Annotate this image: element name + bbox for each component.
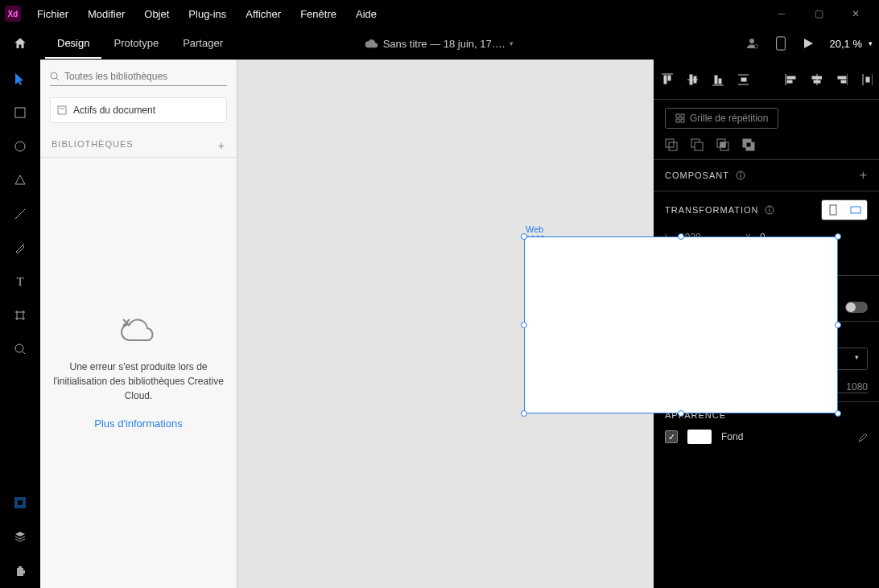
svg-rect-9 xyxy=(17,500,23,506)
libraries-panel: Actifs du document BIBLIOTHÈQUES + Une e… xyxy=(40,60,237,588)
tab-share[interactable]: Partager xyxy=(171,29,235,59)
add-library-icon[interactable]: + xyxy=(218,139,225,152)
align-left-icon[interactable] xyxy=(784,72,797,87)
svg-rect-29 xyxy=(787,76,795,79)
svg-point-59 xyxy=(770,208,770,208)
fill-color-swatch[interactable] xyxy=(687,430,712,444)
resize-handle-bm[interactable] xyxy=(678,410,684,417)
layers-icon[interactable] xyxy=(10,527,30,546)
top-right-controls: 20,1 % ▾ xyxy=(745,36,873,51)
repeat-grid-button[interactable]: Grille de répétition xyxy=(665,108,778,129)
resize-handle-mr[interactable] xyxy=(835,322,841,328)
svg-rect-32 xyxy=(812,76,822,79)
exclude-icon[interactable] xyxy=(742,138,755,151)
canvas[interactable]: Web 1920 – 1 xyxy=(237,60,654,588)
align-right-icon[interactable] xyxy=(835,72,848,87)
libraries-icon[interactable] xyxy=(10,493,30,512)
svg-rect-3 xyxy=(15,108,25,117)
svg-point-1 xyxy=(754,45,758,49)
menu-plugins[interactable]: Plug-ins xyxy=(179,2,236,26)
document-assets-label: Actifs du document xyxy=(73,105,155,116)
component-label: COMPOSANT xyxy=(665,171,729,180)
svg-rect-2 xyxy=(776,37,785,50)
tab-design[interactable]: Design xyxy=(45,29,101,59)
eyedropper-icon[interactable] xyxy=(856,431,868,442)
plugins-icon[interactable] xyxy=(10,561,30,580)
rectangle-tool[interactable] xyxy=(10,103,30,122)
menu-edit[interactable]: Modifier xyxy=(78,2,134,26)
menu-help[interactable]: Aide xyxy=(346,2,386,26)
chevron-down-icon: ▾ xyxy=(510,39,514,47)
chevron-down-icon: ▾ xyxy=(869,39,873,47)
resize-handle-br[interactable] xyxy=(835,410,841,417)
play-icon[interactable] xyxy=(803,38,814,49)
polygon-tool[interactable] xyxy=(10,171,30,190)
tab-prototype[interactable]: Prototype xyxy=(101,29,171,59)
tool-column: T xyxy=(0,60,40,588)
svg-point-6 xyxy=(15,344,23,352)
resize-handle-bl[interactable] xyxy=(521,410,527,417)
text-tool[interactable]: T xyxy=(10,272,30,291)
app-logo: Xd xyxy=(5,6,21,22)
svg-rect-40 xyxy=(676,114,679,117)
zoom-value: 20,1 % xyxy=(830,38,862,50)
close-button[interactable]: ✕ xyxy=(837,1,874,27)
svg-rect-21 xyxy=(694,76,696,83)
svg-line-11 xyxy=(56,78,59,80)
info-icon[interactable] xyxy=(765,205,774,215)
add-component-icon[interactable]: + xyxy=(860,168,868,183)
document-assets-button[interactable]: Actifs du document xyxy=(50,97,227,123)
topbar: Design Prototype Partager Sans titre — 1… xyxy=(0,27,879,60)
line-tool[interactable] xyxy=(10,204,30,224)
maximize-button[interactable]: ▢ xyxy=(800,1,837,27)
svg-rect-41 xyxy=(681,114,684,117)
artboard-tool[interactable] xyxy=(10,306,30,325)
zoom-control[interactable]: 20,1 % ▾ xyxy=(830,38,873,50)
svg-rect-20 xyxy=(690,75,692,84)
svg-rect-53 xyxy=(746,142,751,147)
distribute-v-icon[interactable] xyxy=(737,72,749,87)
menu-object[interactable]: Objet xyxy=(134,2,179,26)
document-title[interactable]: Sans titre — 18 juin, 17…. ▾ xyxy=(365,38,514,50)
library-more-link[interactable]: Plus d'informations xyxy=(94,417,182,430)
ellipse-tool[interactable] xyxy=(10,137,30,156)
minimize-button[interactable]: ─ xyxy=(763,1,800,27)
boolean-ops-row xyxy=(665,138,868,151)
user-icon[interactable] xyxy=(745,36,759,51)
info-icon[interactable] xyxy=(736,171,745,180)
svg-rect-30 xyxy=(787,80,792,83)
library-search-input[interactable] xyxy=(64,71,227,82)
subtract-icon[interactable] xyxy=(691,138,704,151)
pen-tool[interactable] xyxy=(10,238,30,257)
mode-tabs: Design Prototype Partager xyxy=(45,29,235,59)
responsive-toggle[interactable] xyxy=(845,302,868,313)
library-search[interactable] xyxy=(50,68,227,86)
repeat-grid-label: Grille de répétition xyxy=(690,113,768,124)
landscape-icon[interactable] xyxy=(844,200,867,220)
resize-handle-tr[interactable] xyxy=(835,233,841,240)
artboard[interactable] xyxy=(524,236,838,413)
align-top-icon[interactable] xyxy=(660,72,673,87)
viewport-height-input[interactable] xyxy=(836,381,868,393)
intersect-icon[interactable] xyxy=(716,138,729,151)
align-vcenter-icon[interactable] xyxy=(686,72,699,87)
chevron-down-icon: ▾ xyxy=(855,353,859,364)
resize-handle-ml[interactable] xyxy=(521,322,527,328)
home-icon[interactable] xyxy=(6,36,34,51)
align-hcenter-icon[interactable] xyxy=(810,72,823,87)
distribute-h-icon[interactable] xyxy=(860,72,873,87)
align-bottom-icon[interactable] xyxy=(711,72,724,87)
orientation-toggle[interactable] xyxy=(821,199,868,220)
resize-handle-tl[interactable] xyxy=(521,233,527,240)
menu-view[interactable]: Afficher xyxy=(236,2,291,26)
resize-handle-tm[interactable] xyxy=(678,233,684,240)
union-icon[interactable] xyxy=(665,138,678,151)
select-tool[interactable] xyxy=(10,69,30,88)
menu-window[interactable]: Fenêtre xyxy=(291,2,346,26)
portrait-icon[interactable] xyxy=(822,200,844,220)
menu-file[interactable]: Fichier xyxy=(27,2,78,26)
fill-checkbox[interactable]: ✓ xyxy=(665,430,678,443)
device-icon[interactable] xyxy=(775,36,786,51)
zoom-tool[interactable] xyxy=(10,339,30,359)
svg-rect-36 xyxy=(841,80,846,83)
